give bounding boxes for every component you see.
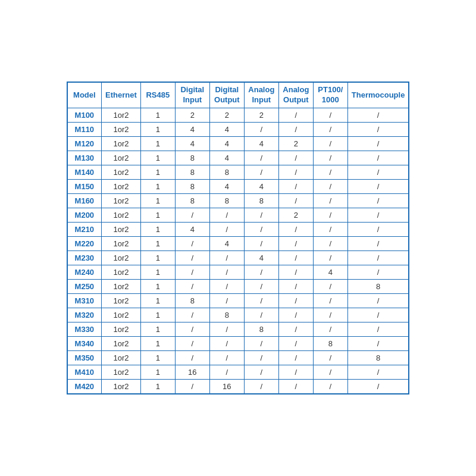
data-cell: /: [278, 108, 313, 122]
data-cell: /: [278, 250, 313, 265]
data-cell: /: [209, 265, 244, 279]
data-cell: 1or2: [102, 379, 141, 394]
data-cell: 1: [140, 322, 175, 336]
data-cell: /: [313, 151, 347, 165]
data-cell: 1or2: [102, 151, 141, 165]
data-cell: /: [209, 350, 244, 365]
data-cell: 16: [175, 365, 209, 379]
data-cell: /: [313, 179, 347, 193]
data-cell: 1: [140, 308, 175, 322]
data-cell: /: [175, 322, 209, 336]
data-cell: 1: [140, 165, 175, 179]
model-cell: M160: [67, 193, 102, 208]
col-header-model: Model: [67, 82, 102, 108]
data-cell: 8: [347, 350, 409, 365]
data-cell: 4: [313, 265, 347, 279]
model-cell: M340: [67, 336, 102, 350]
data-cell: /: [244, 265, 278, 279]
table-row: M3101or218/////: [67, 293, 409, 308]
data-cell: 4: [175, 136, 209, 151]
data-cell: 1or2: [102, 365, 141, 379]
data-cell: /: [347, 236, 409, 250]
data-cell: /: [278, 379, 313, 394]
data-cell: 1: [140, 379, 175, 394]
table-body: M1001or21222///M1101or2144////M1201or214…: [67, 108, 409, 394]
data-cell: 8: [313, 336, 347, 350]
data-cell: 1: [140, 193, 175, 208]
data-cell: /: [347, 336, 409, 350]
data-cell: 1: [140, 265, 175, 279]
model-cell: M250: [67, 279, 102, 293]
data-cell: /: [313, 208, 347, 222]
data-cell: 2: [209, 108, 244, 122]
data-cell: /: [313, 250, 347, 265]
data-cell: 1: [140, 236, 175, 250]
table-row: M2401or21////4/: [67, 265, 409, 279]
data-cell: /: [175, 208, 209, 222]
data-cell: /: [313, 308, 347, 322]
data-cell: 8: [209, 165, 244, 179]
data-cell: /: [244, 208, 278, 222]
data-cell: /: [244, 293, 278, 308]
data-cell: /: [244, 279, 278, 293]
table-row: M4201or21/16////: [67, 379, 409, 394]
data-cell: /: [244, 350, 278, 365]
table-row: M3201or21/8////: [67, 308, 409, 322]
data-cell: /: [347, 379, 409, 394]
model-cell: M330: [67, 322, 102, 336]
data-cell: 1: [140, 293, 175, 308]
table-row: M1201or214442//: [67, 136, 409, 151]
table-row: M2201or21/4////: [67, 236, 409, 250]
data-cell: 1: [140, 108, 175, 122]
col-header-digital_output: Digital Output: [209, 82, 244, 108]
data-cell: 8: [244, 193, 278, 208]
table-row: M1601or21888///: [67, 193, 409, 208]
table-row: M2501or21/////8: [67, 279, 409, 293]
data-cell: 1: [140, 336, 175, 350]
data-cell: /: [313, 165, 347, 179]
data-cell: 4: [209, 136, 244, 151]
data-cell: 4: [209, 179, 244, 193]
col-header-analog_output: Analog Output: [278, 82, 313, 108]
col-header-digital_input: Digital Input: [175, 82, 209, 108]
data-cell: 4: [244, 250, 278, 265]
data-cell: /: [175, 279, 209, 293]
data-cell: /: [278, 179, 313, 193]
data-cell: /: [278, 193, 313, 208]
data-cell: 1: [140, 179, 175, 193]
col-header-analog_input: Analog Input: [244, 82, 278, 108]
data-cell: /: [244, 122, 278, 136]
model-cell: M220: [67, 236, 102, 250]
model-cell: M210: [67, 222, 102, 236]
data-cell: 8: [175, 179, 209, 193]
data-cell: /: [278, 365, 313, 379]
data-cell: /: [244, 336, 278, 350]
data-cell: 1: [140, 151, 175, 165]
data-cell: /: [313, 193, 347, 208]
data-cell: 1or2: [102, 279, 141, 293]
data-cell: /: [209, 250, 244, 265]
data-cell: 1or2: [102, 308, 141, 322]
data-cell: 1: [140, 122, 175, 136]
model-cell: M410: [67, 365, 102, 379]
data-cell: /: [313, 322, 347, 336]
data-cell: /: [347, 136, 409, 151]
data-cell: /: [244, 379, 278, 394]
table-row: M3401or21////8/: [67, 336, 409, 350]
data-cell: 1or2: [102, 293, 141, 308]
data-cell: 8: [209, 193, 244, 208]
table-wrapper: ModelEthernetRS485Digital InputDigital O…: [55, 64, 422, 412]
data-cell: 8: [347, 279, 409, 293]
model-cell: M150: [67, 179, 102, 193]
data-cell: /: [347, 179, 409, 193]
data-cell: /: [278, 122, 313, 136]
table-row: M2101or214/////: [67, 222, 409, 236]
data-cell: 1or2: [102, 322, 141, 336]
data-cell: /: [175, 250, 209, 265]
data-cell: 1: [140, 136, 175, 151]
data-cell: 1: [140, 222, 175, 236]
data-cell: 16: [209, 379, 244, 394]
data-cell: /: [278, 236, 313, 250]
data-cell: 1or2: [102, 208, 141, 222]
data-cell: /: [209, 322, 244, 336]
